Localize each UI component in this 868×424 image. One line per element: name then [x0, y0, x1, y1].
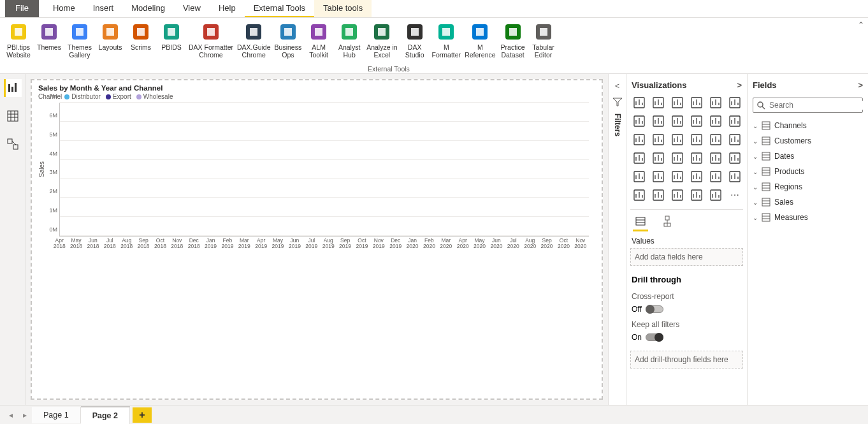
viz-line-stacked-icon[interactable] [708, 113, 723, 129]
ribbon-item-pbi-tips[interactable]: PBI.tipsWebsite [5, 22, 32, 59]
page-prev-icon[interactable]: ◂ [4, 411, 18, 420]
tab-view[interactable]: View [174, 0, 210, 17]
viz-scatter-icon[interactable] [670, 132, 685, 147]
viz-100-stacked-column-icon[interactable] [727, 95, 742, 110]
ribbon-item-practice[interactable]: PracticeDataset [500, 22, 526, 59]
legend-item-wholesale: Wholesale [136, 93, 173, 100]
chevron-left-icon[interactable]: < [615, 82, 619, 91]
tab-table-tools[interactable]: Table tools [314, 0, 372, 17]
add-page-button[interactable]: + [133, 407, 152, 423]
viz-funnel-icon[interactable] [651, 132, 666, 147]
ribbon-item-analyze-in[interactable]: Analyze inExcel [366, 22, 397, 59]
viz-power-apps-icon[interactable] [708, 187, 723, 203]
tab-help[interactable]: Help [210, 0, 245, 17]
viz-map-icon[interactable] [632, 150, 647, 166]
ribbon-item-dax-formatter[interactable]: DAX FormatterChrome [189, 22, 233, 59]
viz-shape-map-icon[interactable] [670, 150, 685, 166]
field-table-products[interactable]: ⌄Products [751, 164, 864, 179]
ribbon-item-dax-guide[interactable]: DAX.GuideChrome [237, 22, 271, 59]
fields-search[interactable] [753, 98, 863, 113]
page-tab-2[interactable]: Page 2 [81, 406, 130, 424]
viz-gauge-icon[interactable] [689, 150, 704, 166]
data-view-icon[interactable] [4, 107, 22, 125]
analyze-in-icon [372, 22, 392, 42]
viz-stacked-bar-icon[interactable] [632, 95, 647, 110]
tab-file[interactable]: File [5, 0, 39, 17]
viz-filled-map-icon[interactable] [651, 150, 666, 166]
viz-card-icon[interactable] [708, 150, 723, 166]
viz-table-icon[interactable] [670, 169, 685, 184]
values-well[interactable]: Add data fields here [630, 248, 743, 266]
field-table-sales[interactable]: ⌄Sales [751, 194, 864, 210]
field-table-measures[interactable]: ⌄Measures [751, 210, 864, 225]
viz-kpi-icon[interactable] [632, 169, 647, 184]
viz-donut-icon[interactable] [708, 132, 723, 147]
drill-through-well[interactable]: Add drill-through fields here [630, 351, 743, 369]
viz-stacked-column-icon[interactable] [651, 95, 666, 110]
report-canvas[interactable]: Sales by Month & Year and Channel Channe… [31, 79, 603, 400]
viz-ribbon-icon[interactable] [727, 113, 742, 129]
field-table-regions[interactable]: ⌄Regions [751, 179, 864, 194]
svg-rect-35 [11, 87, 13, 92]
chevron-right-icon[interactable]: > [858, 80, 863, 90]
ribbon-item-alm[interactable]: ALMToolkit [305, 22, 332, 59]
ribbon-item-m[interactable]: MFormatter [432, 22, 461, 59]
viz-matrix-icon[interactable] [689, 169, 704, 184]
page-tab-1[interactable]: Page 1 [32, 407, 81, 423]
report-view-icon[interactable] [4, 79, 22, 97]
chevron-down-icon: ⌄ [753, 122, 758, 129]
ribbon-item-layouts[interactable]: Layouts [97, 22, 124, 51]
ribbon-item-analyst[interactable]: AnalystHub [336, 22, 363, 59]
page-next-icon[interactable]: ▸ [18, 411, 32, 420]
field-table-channels[interactable]: ⌄Channels [751, 118, 864, 133]
ribbon-collapse-icon[interactable]: ⌃ [858, 20, 864, 29]
ribbon-item-themes[interactable]: Themes [36, 22, 62, 51]
cross-report-toggle[interactable] [646, 305, 663, 313]
viz-key-influencers-icon[interactable] [632, 187, 647, 203]
chart-visual[interactable]: Sales by Month & Year and Channel Channe… [38, 84, 589, 250]
tab-insert[interactable]: Insert [84, 0, 123, 17]
ribbon-item-m[interactable]: MReference [465, 22, 495, 59]
viz-stacked-area-icon[interactable] [670, 113, 685, 129]
ribbon-item-scrims[interactable]: Scrims [127, 22, 154, 51]
model-view-icon[interactable] [4, 135, 22, 153]
viz-multi-row-card-icon[interactable] [727, 150, 742, 166]
viz-decomposition-tree-icon[interactable] [651, 187, 666, 203]
y-tick: 0M [49, 226, 57, 233]
ribbon-item-themes[interactable]: ThemesGallery [66, 22, 93, 59]
viz-r-visual-icon[interactable] [708, 169, 723, 184]
chevron-right-icon[interactable]: > [737, 80, 742, 90]
tab-home[interactable]: Home [44, 0, 84, 17]
viz-treemap-icon[interactable] [727, 132, 742, 147]
viz-py-visual-icon[interactable] [727, 169, 742, 184]
viz-slicer-icon[interactable] [651, 169, 666, 184]
svg-rect-3 [45, 28, 53, 36]
viz-100-stacked-bar-icon[interactable] [708, 95, 723, 110]
viz-qna-icon[interactable] [670, 187, 685, 203]
viz-line-clustered-icon[interactable] [689, 113, 704, 129]
field-table-dates[interactable]: ⌄Dates [751, 149, 864, 164]
ribbon-item-dax[interactable]: DAXStudio [401, 22, 428, 59]
ribbon-item-tabular[interactable]: TabularEditor [530, 22, 557, 59]
viz-waterfall-icon[interactable] [632, 132, 647, 147]
field-table-customers[interactable]: ⌄Customers [751, 133, 864, 149]
filters-pane-collapsed[interactable]: < Filters [608, 74, 626, 405]
viz-clustered-column-icon[interactable] [689, 95, 704, 110]
search-input[interactable] [769, 101, 865, 110]
x-tick: Nov2020 [572, 237, 589, 250]
viz-line-icon[interactable] [632, 113, 647, 129]
viz-area-icon[interactable] [651, 113, 666, 129]
x-tick: Oct2019 [354, 237, 370, 250]
keep-filters-toggle[interactable] [646, 333, 663, 341]
viz-clustered-bar-icon[interactable] [670, 95, 685, 110]
tab-modeling[interactable]: Modeling [122, 0, 174, 17]
viz-paginated-icon[interactable] [689, 187, 704, 203]
fields-mode-icon[interactable] [633, 214, 648, 229]
viz-more-icon[interactable]: ⋯ [727, 187, 742, 203]
x-tick: Aug2018 [119, 237, 135, 250]
viz-pie-icon[interactable] [689, 132, 704, 147]
format-mode-icon[interactable] [660, 214, 675, 229]
tab-external-tools[interactable]: External Tools [245, 0, 314, 17]
ribbon-item-pbids[interactable]: PBIDS [158, 22, 185, 51]
ribbon-item-business[interactable]: BusinessOps [275, 22, 302, 59]
